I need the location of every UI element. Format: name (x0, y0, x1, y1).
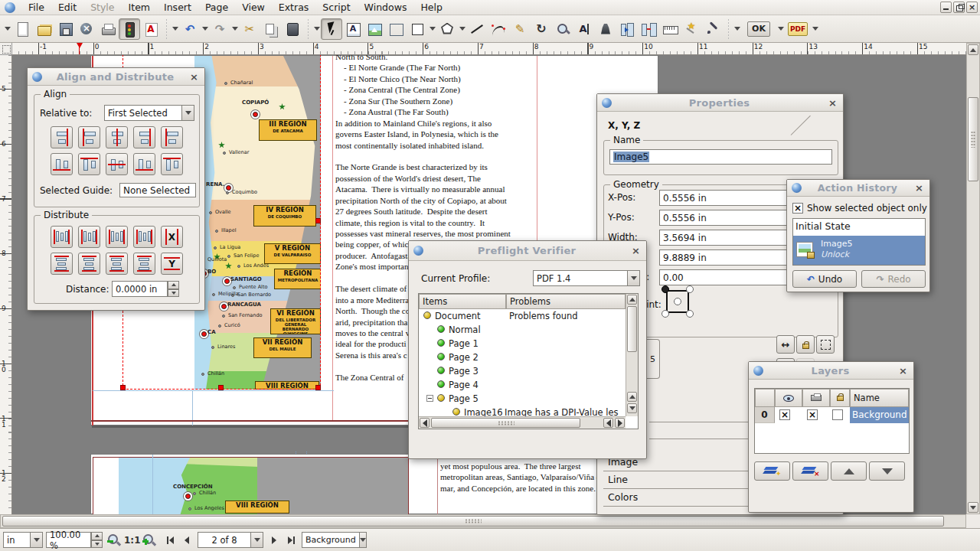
properties-titlebar[interactable]: Properties × (597, 94, 843, 112)
ok-tool-button[interactable]: OK (741, 18, 776, 40)
layers-table[interactable]: Name 0 × × Background (754, 388, 910, 454)
horizontal-scroll-thumb[interactable] (2, 516, 944, 527)
preflight-verifier-button[interactable] (119, 18, 140, 40)
page-dropdown-button[interactable] (250, 532, 263, 548)
insert-image-frame-button[interactable] (364, 18, 385, 40)
align-bottom-edges-button[interactable] (133, 153, 155, 175)
window-minimize-button[interactable] (940, 2, 952, 13)
selection-handle-right-middle[interactable] (315, 218, 321, 223)
preflight-hscrollbar[interactable] (419, 416, 626, 429)
add-layer-button[interactable]: ✦ (754, 461, 790, 481)
vertical-scroll-thumb[interactable] (968, 97, 978, 181)
history-list[interactable]: Initial State Image5 Unlock (792, 218, 926, 266)
action-history-titlebar[interactable]: Action History × (787, 180, 929, 197)
distribute-bottom-edges-button[interactable] (106, 253, 128, 275)
zoom-spin-up[interactable] (91, 532, 103, 540)
close-document-button[interactable] (76, 18, 97, 40)
insert-freehand-line-button[interactable] (509, 18, 531, 40)
preflight-titlebar[interactable]: Preflight Verifier × (409, 241, 646, 261)
layer-selector[interactable]: Background (302, 532, 357, 548)
menu-edit[interactable]: Edit (51, 1, 83, 14)
name-input[interactable]: Image5 (609, 149, 832, 165)
basepoint-widget[interactable] (662, 285, 694, 318)
cut-button[interactable] (239, 18, 260, 40)
preflight-row-page-5[interactable]: Page 5 (419, 392, 624, 406)
menu-windows[interactable]: Windows (358, 1, 414, 14)
layer-lock-checkbox[interactable] (832, 409, 843, 420)
align-bottom-to-anchor-top-button[interactable] (51, 153, 73, 175)
lower-layer-button[interactable] (869, 461, 905, 481)
select-item-button[interactable] (321, 18, 342, 40)
save-document-button[interactable] (54, 18, 76, 40)
flip-horizontal-button[interactable]: ↔ (776, 335, 795, 354)
lock-size-button[interactable] (816, 335, 835, 354)
history-initial-state[interactable]: Initial State (795, 220, 851, 232)
close-icon[interactable]: × (827, 97, 838, 109)
distance-spin-up[interactable] (168, 281, 179, 289)
distribute-centers-vertically-button[interactable] (78, 253, 100, 275)
raise-layer-button[interactable] (831, 461, 867, 481)
preflight-row-document[interactable]: DocumentProblems found (419, 309, 624, 323)
menu-page[interactable]: Page (198, 1, 235, 14)
tab-colors[interactable]: Colors (608, 491, 638, 503)
open-document-button[interactable] (33, 18, 54, 40)
menu-help[interactable]: Help (413, 1, 449, 14)
toolbar-dropdown-arrow[interactable] (201, 19, 209, 39)
profile-dropdown-button[interactable] (627, 270, 640, 286)
undo-button[interactable] (179, 18, 201, 40)
chile-map-image-continued[interactable]: CONCEPCIÓNChillánLos AngelesVIII REGIÓN (93, 457, 409, 514)
layer-print-checkbox[interactable]: × (807, 409, 818, 420)
zoom-button[interactable] (552, 18, 573, 40)
zoom-spin-down[interactable] (91, 540, 103, 549)
layers-titlebar[interactable]: Layers × (749, 362, 913, 380)
layer-dropdown-button[interactable] (359, 532, 367, 548)
preflight-row-image16[interactable]: Image16Image has a DPI-Value les (419, 406, 624, 416)
insert-polygon-button[interactable] (436, 18, 458, 40)
distribute-spacing-x-button[interactable]: X (161, 226, 183, 248)
basepoint-bottom-left[interactable] (662, 310, 669, 318)
toolbar-dropdown-arrow[interactable] (458, 19, 466, 39)
unit-dropdown-button[interactable] (30, 532, 43, 548)
save-as-pdf-button[interactable] (140, 18, 162, 40)
preflight-row-page-4[interactable]: Page 4 (419, 378, 624, 392)
align-right-sides-button[interactable] (133, 126, 155, 148)
toolbar-dropdown-arrow[interactable] (230, 19, 239, 39)
insert-table-button[interactable] (385, 18, 407, 40)
preflight-scroll-left[interactable] (603, 418, 613, 428)
relative-to-combobox[interactable]: First Selected (104, 105, 194, 121)
basepoint-center[interactable] (674, 298, 681, 305)
distance-spin-down[interactable] (168, 289, 179, 298)
horizontal-scrollbar[interactable] (0, 514, 966, 528)
tree-collapse-icon[interactable] (426, 395, 433, 402)
preflight-scroll-up2[interactable] (627, 392, 637, 402)
page-selector[interactable]: 2 of 8 (198, 532, 263, 548)
close-icon[interactable]: × (630, 245, 642, 256)
first-page-button[interactable] (162, 533, 178, 548)
make-horizontal-gaps-equal-button[interactable] (133, 226, 155, 248)
vertical-scrollbar[interactable] (966, 43, 980, 514)
menu-script[interactable]: Script (315, 1, 357, 14)
new-document-button[interactable] (11, 18, 33, 40)
toolbar-dropdown-arrow[interactable] (776, 19, 785, 39)
menu-view[interactable]: View (235, 1, 272, 14)
story-editor-button[interactable] (595, 18, 616, 40)
vertical-ruler[interactable]: 567891 01 11 2 (0, 55, 12, 514)
close-icon[interactable]: × (913, 182, 925, 194)
redo-button[interactable]: ↷ Redo (861, 270, 926, 288)
preflight-row-page-1[interactable]: Page 1 (419, 337, 624, 350)
edit-contents-button[interactable] (573, 18, 595, 40)
center-on-vertical-axis-button[interactable] (106, 126, 128, 148)
toolbar-dropdown-arrow[interactable] (312, 19, 321, 39)
align-distribute-titlebar[interactable]: Align and Distribute × (28, 68, 204, 86)
menu-extras[interactable]: Extras (272, 1, 316, 14)
preflight-scroll-down[interactable] (627, 403, 637, 413)
pdf-tools-button[interactable]: PDF (785, 18, 811, 40)
ypos-field[interactable]: 0.5556 in (659, 210, 799, 226)
copy-item-properties-button[interactable] (681, 18, 702, 40)
zoom-out-icon[interactable] (107, 533, 121, 547)
unit-selector[interactable]: in (3, 532, 43, 548)
eye-dropper-button[interactable] (702, 18, 724, 40)
selection-handle-bottom-right[interactable] (315, 385, 321, 390)
distribute-left-sides-button[interactable] (51, 226, 73, 248)
print-document-button[interactable] (97, 18, 119, 40)
